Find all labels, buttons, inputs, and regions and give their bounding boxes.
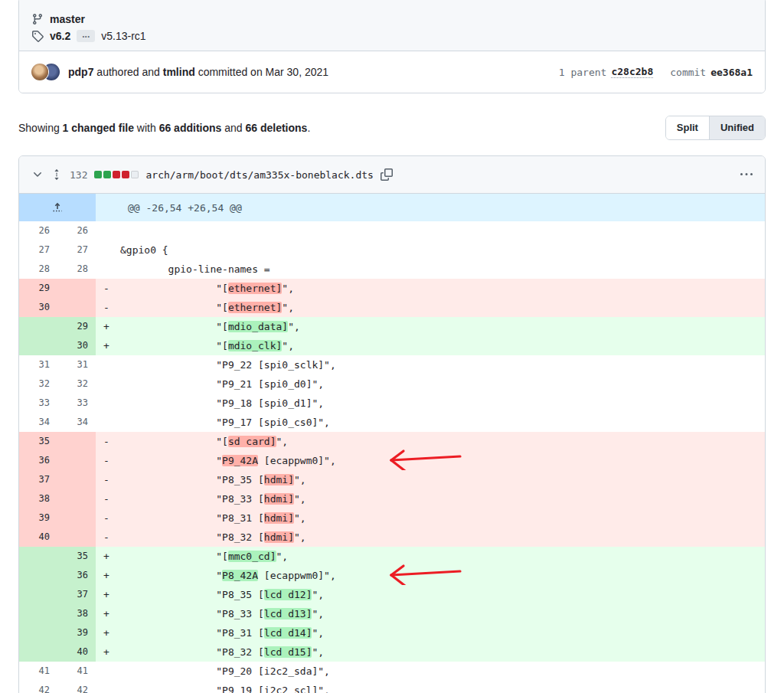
old-line-number[interactable]: 36 bbox=[19, 451, 57, 470]
old-line-number[interactable] bbox=[19, 547, 57, 566]
diff-summary-text: Showing 1 changed file with 66 additions… bbox=[18, 122, 310, 134]
new-line-number[interactable]: 28 bbox=[57, 260, 96, 279]
old-line-number[interactable]: 40 bbox=[19, 528, 57, 547]
expand-all-hunks-button[interactable] bbox=[51, 168, 63, 181]
hunk-header-row: @@ -26,54 +26,54 @@ bbox=[19, 194, 765, 221]
kebab-horizontal-icon bbox=[740, 168, 753, 181]
diff-sign: + bbox=[103, 566, 120, 585]
old-line-number[interactable]: 27 bbox=[19, 240, 57, 260]
old-line-number[interactable] bbox=[19, 642, 57, 662]
changed-lines-count: 132 bbox=[70, 169, 87, 181]
new-line-number[interactable]: 29 bbox=[57, 317, 96, 336]
diff-sign: + bbox=[103, 585, 120, 604]
new-line-number[interactable] bbox=[57, 508, 96, 528]
git-branch-icon bbox=[31, 13, 44, 25]
changed-files-count: 1 changed file bbox=[63, 122, 134, 134]
tag-last[interactable]: v5.13-rc1 bbox=[101, 30, 145, 42]
old-line-number[interactable]: 33 bbox=[19, 394, 57, 413]
new-line-number[interactable]: 36 bbox=[57, 566, 96, 585]
old-line-number[interactable]: 30 bbox=[19, 298, 57, 317]
old-line-number[interactable]: 32 bbox=[19, 374, 57, 394]
new-line-number[interactable]: 31 bbox=[57, 355, 96, 374]
code-text: &gpio0 { bbox=[120, 244, 168, 256]
tag-first[interactable]: v6.2 bbox=[50, 30, 70, 42]
diff-sign: - bbox=[103, 279, 120, 298]
code-text: "P9_21 [spi0_d0]", bbox=[120, 378, 324, 390]
new-line-number[interactable] bbox=[57, 298, 96, 317]
old-line-number[interactable]: 34 bbox=[19, 413, 57, 432]
code-line: + "P8_33 [lcd d13]", bbox=[96, 604, 765, 623]
old-line-number[interactable]: 31 bbox=[19, 355, 57, 374]
old-line-number[interactable]: 35 bbox=[19, 432, 57, 451]
code-text: "P8_33 [lcd d13]", bbox=[120, 608, 324, 619]
new-line-number[interactable]: 41 bbox=[57, 662, 96, 681]
old-line-number[interactable]: 42 bbox=[19, 681, 57, 693]
code-line: "P9_20 [i2c2_sda]", bbox=[96, 662, 765, 681]
old-line-number[interactable]: 28 bbox=[19, 260, 57, 279]
new-line-number[interactable]: 26 bbox=[57, 221, 96, 240]
new-line-number[interactable]: 42 bbox=[57, 681, 96, 693]
committer-login[interactable]: tmlind bbox=[163, 66, 195, 78]
avatar-stack[interactable] bbox=[31, 64, 62, 80]
split-view-button[interactable]: Split bbox=[666, 116, 709, 139]
new-line-number[interactable]: 34 bbox=[57, 413, 96, 432]
diff-line-row: 31 31 "P9_22 [spi0_sclk]", bbox=[19, 355, 765, 374]
old-line-number[interactable] bbox=[19, 623, 57, 642]
copy-path-button[interactable] bbox=[381, 168, 393, 181]
commit-byline-bar: pdp7 authored and tmlind committed on Ma… bbox=[19, 51, 765, 93]
diff-sign: - bbox=[103, 489, 120, 508]
branch-name[interactable]: master bbox=[50, 13, 85, 25]
more-tags-button[interactable]: ... bbox=[77, 30, 95, 42]
old-line-number[interactable] bbox=[19, 317, 57, 336]
parent-sha-link[interactable]: c28c2b8 bbox=[611, 66, 653, 78]
new-line-number[interactable]: 32 bbox=[57, 374, 96, 394]
diff-line-row: 38 - "P8_33 [hdmi]", bbox=[19, 489, 765, 508]
old-line-number[interactable]: 38 bbox=[19, 489, 57, 508]
new-line-number[interactable] bbox=[57, 528, 96, 547]
new-line-number[interactable]: 27 bbox=[57, 240, 96, 260]
new-line-number[interactable] bbox=[57, 470, 96, 489]
old-line-number[interactable]: 29 bbox=[19, 279, 57, 298]
code-line: + "P8_32 [lcd d15]", bbox=[96, 642, 765, 662]
new-line-number[interactable]: 37 bbox=[57, 585, 96, 604]
new-line-number[interactable]: 30 bbox=[57, 336, 96, 355]
diff-line-row: 39 + "P8_31 [lcd d14]", bbox=[19, 623, 765, 642]
new-line-number[interactable]: 39 bbox=[57, 623, 96, 642]
author-avatar[interactable] bbox=[31, 64, 48, 80]
code-text: "P9_19 [i2c2_scl]", bbox=[120, 685, 330, 693]
code-text: "P8_35 [lcd d12]", bbox=[120, 589, 324, 600]
file-options-button[interactable] bbox=[740, 168, 753, 181]
unified-view-button[interactable]: Unified bbox=[709, 116, 765, 139]
collapse-file-button[interactable] bbox=[31, 168, 44, 181]
new-line-number[interactable] bbox=[57, 489, 96, 508]
summary-prefix: Showing bbox=[18, 122, 63, 134]
author-login[interactable]: pdp7 bbox=[68, 66, 93, 78]
old-line-number[interactable] bbox=[19, 336, 57, 355]
old-line-number[interactable]: 41 bbox=[19, 662, 57, 681]
new-line-number[interactable]: 40 bbox=[57, 642, 96, 662]
new-line-number[interactable] bbox=[57, 432, 96, 451]
diff-line-row: 34 34 "P9_17 [spi0_cs0]", bbox=[19, 413, 765, 432]
code-line: "P9_17 [spi0_cs0]", bbox=[96, 413, 765, 432]
old-line-number[interactable]: 39 bbox=[19, 508, 57, 528]
old-line-number[interactable] bbox=[19, 604, 57, 623]
diff-sign: + bbox=[103, 604, 120, 623]
old-line-number[interactable] bbox=[19, 566, 57, 585]
new-line-number[interactable]: 35 bbox=[57, 547, 96, 566]
new-line-number[interactable] bbox=[57, 279, 96, 298]
diff-sign: - bbox=[103, 432, 120, 451]
code-line: "P9_18 [spi0_d1]", bbox=[96, 394, 765, 413]
diff-line-row: 30 - "[ethernet]", bbox=[19, 298, 765, 317]
new-line-number[interactable]: 33 bbox=[57, 394, 96, 413]
new-line-number[interactable] bbox=[57, 451, 96, 470]
old-line-number[interactable]: 26 bbox=[19, 221, 57, 240]
code-line: - "P9_42A [ecappwm0]", bbox=[96, 451, 765, 470]
old-line-number[interactable] bbox=[19, 585, 57, 604]
copy-icon bbox=[381, 168, 393, 181]
new-line-number[interactable]: 38 bbox=[57, 604, 96, 623]
expand-hunk-button[interactable] bbox=[19, 194, 96, 221]
file-path[interactable]: arch/arm/boot/dts/am335x-boneblack.dts bbox=[145, 169, 373, 181]
code-text: "P9_42A [ecappwm0]", bbox=[120, 455, 336, 466]
code-line: - "[sd card]", bbox=[96, 432, 765, 451]
old-line-number[interactable]: 37 bbox=[19, 470, 57, 489]
